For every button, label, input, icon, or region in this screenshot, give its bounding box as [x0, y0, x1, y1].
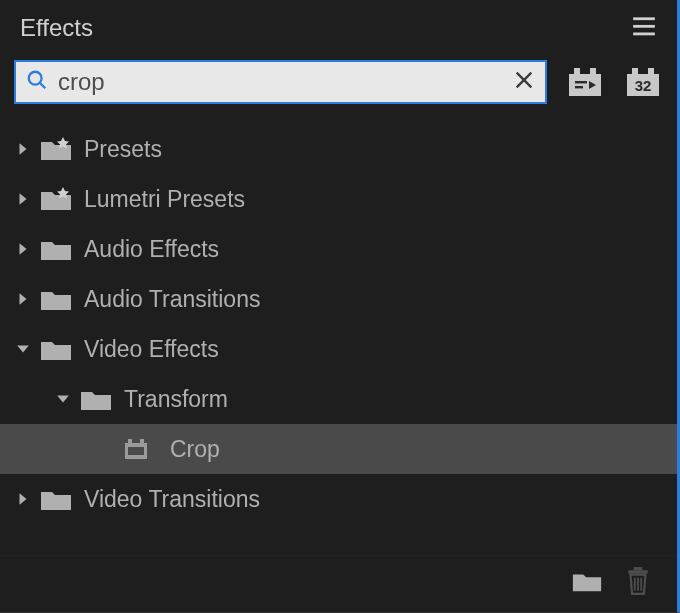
chevron-right-icon — [12, 292, 34, 306]
svg-rect-2 — [633, 33, 655, 36]
svg-rect-17 — [128, 447, 144, 455]
svg-rect-14 — [128, 439, 132, 443]
chevron-down-icon — [52, 392, 74, 406]
search-input[interactable] — [58, 68, 513, 96]
tree-item-audio-transitions[interactable]: Audio Transitions — [0, 274, 677, 324]
svg-rect-8 — [590, 68, 596, 74]
svg-text:32: 32 — [635, 77, 652, 94]
svg-point-3 — [29, 72, 42, 85]
svg-rect-0 — [633, 17, 655, 20]
folder-icon — [74, 386, 118, 412]
chevron-right-icon — [12, 192, 34, 206]
chevron-right-icon — [12, 492, 34, 506]
tree-item-label: Video Transitions — [84, 486, 260, 513]
effects-panel: Effects — [0, 0, 680, 613]
search-icon — [26, 69, 48, 95]
tree-item-label: Transform — [124, 386, 228, 413]
panel-footer — [0, 555, 677, 612]
tree-item-label: Audio Effects — [84, 236, 219, 263]
search-box[interactable] — [14, 60, 547, 104]
svg-rect-1 — [633, 25, 655, 28]
animation-preset-button[interactable] — [565, 64, 605, 100]
calendar-32-button[interactable]: 32 — [623, 64, 663, 100]
svg-rect-10 — [575, 86, 583, 88]
folder-icon — [34, 236, 78, 262]
svg-rect-12 — [648, 68, 654, 74]
tree-item-transform[interactable]: Transform — [0, 374, 677, 424]
tree-item-presets[interactable]: Presets — [0, 124, 677, 174]
new-bin-button[interactable] — [571, 568, 603, 598]
tree-item-label: Lumetri Presets — [84, 186, 245, 213]
search-row: 32 — [0, 60, 677, 118]
clear-search-button[interactable] — [513, 69, 535, 95]
svg-rect-11 — [632, 68, 638, 74]
tree-item-audio-effects[interactable]: Audio Effects — [0, 224, 677, 274]
tree-item-label: Audio Transitions — [84, 286, 260, 313]
chevron-right-icon — [12, 142, 34, 156]
tree-item-lumetri-presets[interactable]: Lumetri Presets — [0, 174, 677, 224]
tree-item-label: Presets — [84, 136, 162, 163]
delete-button[interactable] — [625, 566, 651, 600]
svg-rect-19 — [628, 570, 647, 573]
panel-header: Effects — [0, 0, 677, 60]
chevron-right-icon — [12, 242, 34, 256]
tree-item-video-transitions[interactable]: Video Transitions — [0, 474, 677, 524]
chevron-down-icon — [12, 342, 34, 356]
tree-item-crop[interactable]: Crop — [0, 424, 677, 474]
folder-icon — [34, 336, 78, 362]
folder-icon — [34, 486, 78, 512]
panel-title: Effects — [20, 14, 93, 42]
svg-rect-15 — [140, 439, 144, 443]
folder-star-icon — [34, 186, 78, 212]
effects-tree: Presets Lumetri Presets Audio Effects — [0, 118, 677, 555]
panel-menu-button[interactable] — [631, 15, 657, 41]
svg-line-4 — [40, 83, 46, 89]
svg-rect-7 — [574, 68, 580, 74]
folder-star-icon — [34, 136, 78, 162]
tree-item-label: Crop — [170, 436, 220, 463]
svg-rect-18 — [634, 567, 643, 570]
folder-icon — [34, 286, 78, 312]
svg-rect-9 — [575, 81, 587, 83]
effect-icon — [108, 437, 164, 461]
tree-item-video-effects[interactable]: Video Effects — [0, 324, 677, 374]
tree-item-label: Video Effects — [84, 336, 219, 363]
